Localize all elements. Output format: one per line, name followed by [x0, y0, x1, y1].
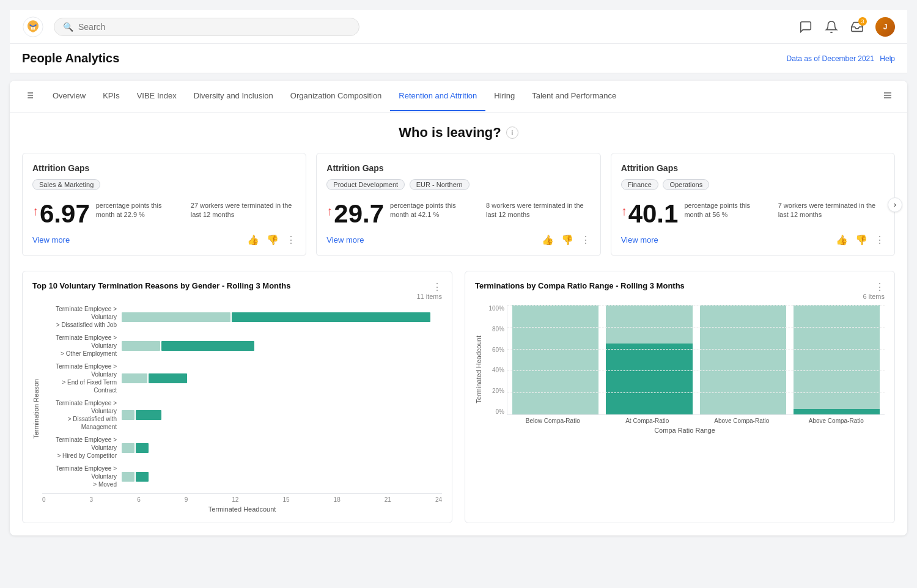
bar-light-5 [122, 443, 134, 453]
page-content: Who is leaving? i Attrition Gaps Sales &… [10, 112, 907, 535]
y-tick-80: 80% [485, 326, 504, 333]
bar-dark-5 [136, 443, 149, 453]
y-tick-0: 0% [485, 408, 504, 415]
workday-logo[interactable]: w [22, 16, 44, 38]
main-card: Overview KPIs VIBE Index Diversity and I… [10, 81, 907, 535]
x-tick-24: 24 [435, 496, 442, 503]
thumbs-down-3[interactable]: 👎 [855, 234, 867, 246]
x-tick-15: 15 [282, 496, 289, 503]
tab-diversity[interactable]: Diversity and Inclusion [185, 81, 282, 111]
attrition-card-3: Attrition Gaps Finance Operations ↑ 40.1… [611, 153, 895, 256]
chart1-menu[interactable]: ⋮ [432, 281, 442, 293]
attrition-cards-row: Attrition Gaps Sales & Marketing ↑ 6.97 … [22, 153, 895, 256]
vbar-1-light [512, 305, 598, 414]
tab-kpis[interactable]: KPIs [94, 81, 128, 111]
search-icon: 🔍 [63, 22, 73, 32]
inbox-icon[interactable]: 3 [850, 20, 864, 34]
tab-more-icon[interactable] [878, 81, 897, 112]
bar-dark-3 [149, 373, 187, 383]
info-icon[interactable]: i [506, 127, 518, 139]
attrition-card-1-title: Attrition Gaps [32, 163, 296, 173]
bar-light-1 [122, 312, 230, 322]
attrition-card-1-metric: ↑ 6.97 percentage points this month at 2… [32, 201, 296, 227]
x-tick-9: 9 [185, 496, 188, 503]
tab-vibe[interactable]: VIBE Index [128, 81, 185, 111]
tab-hiring[interactable]: Hiring [485, 81, 523, 111]
tab-talent[interactable]: Talent and Performance [523, 81, 625, 111]
search-bar[interactable]: 🔍 [54, 18, 359, 36]
app-header: w 🔍 3 J [10, 10, 907, 44]
more-options-1[interactable]: ⋮ [286, 234, 296, 246]
chat-icon[interactable] [798, 20, 813, 34]
chart1-y-axis-label: Termination Reason [32, 379, 40, 439]
chart2-body: Terminated Headcount 100% 80% 60% 40% 20… [475, 305, 885, 434]
thumbs-down-1[interactable]: 👎 [267, 234, 279, 246]
vbar-4 [794, 305, 880, 414]
bar-dark-1 [232, 312, 430, 322]
chart-compa-ratio: Terminations by Compa Ratio Range - Roll… [465, 271, 895, 523]
chart1-header: Top 10 Voluntary Termination Reasons by … [32, 281, 442, 300]
more-options-3[interactable]: ⋮ [875, 234, 885, 246]
bar-area-5 [122, 443, 442, 453]
x-tick-12: 12 [232, 496, 238, 503]
tab-retention[interactable]: Retention and Attrition [390, 81, 485, 111]
attrition-card-2-desc1: percentage points this month at 42.1 % [390, 201, 475, 220]
bar-area-3 [122, 373, 442, 383]
arrow-up-icon-3: ↑ [621, 205, 627, 217]
x-tick-0: 0 [42, 496, 46, 503]
attrition-card-1-number: ↑ 6.97 [32, 201, 90, 227]
thumbs-up-2[interactable]: 👍 [542, 234, 554, 246]
bar-light-3 [122, 373, 147, 383]
bar-row-1: Terminate Employee > Voluntary> Dissatis… [42, 305, 442, 329]
attrition-card-2-metric: ↑ 29.7 percentage points this month at 4… [326, 201, 590, 227]
chart1-x-axis: 0 3 6 9 12 15 18 21 24 [42, 493, 442, 513]
attrition-card-1: Attrition Gaps Sales & Marketing ↑ 6.97 … [22, 153, 306, 256]
thumbs-down-2[interactable]: 👎 [561, 234, 573, 246]
charts-row: Top 10 Voluntary Termination Reasons by … [22, 271, 895, 523]
attrition-card-2: Attrition Gaps Product Development EUR -… [316, 153, 600, 256]
thumbs-up-3[interactable]: 👍 [836, 234, 848, 246]
bar-row-6: Terminate Employee > Voluntary> Moved [42, 465, 442, 488]
view-more-3[interactable]: View more [621, 235, 658, 244]
vbar-3 [700, 305, 786, 414]
chart2-bars [507, 305, 885, 415]
attrition-card-2-tags: Product Development EUR - Northern [326, 179, 590, 195]
tag-eur-northern: EUR - Northern [410, 179, 470, 190]
tab-overview[interactable]: Overview [44, 81, 94, 111]
notification-icon[interactable] [824, 20, 839, 34]
chart1-x-ticks: 0 3 6 9 12 15 18 21 24 [42, 496, 442, 503]
header-icons: 3 J [798, 17, 895, 37]
chart2-x-labels: Below Compa-Ratio At Compa-Ratio Above C… [485, 417, 885, 424]
chart2-x-label: Compa Ratio Range [485, 427, 885, 434]
svg-text:w: w [30, 25, 35, 31]
x-tick-21: 21 [385, 496, 391, 503]
y-tick-60: 60% [485, 347, 504, 353]
user-avatar[interactable]: J [875, 17, 895, 37]
bar-area-2 [122, 341, 442, 351]
y-tick-100: 100% [485, 305, 504, 312]
vbar-4-dark [794, 409, 880, 414]
more-options-2[interactable]: ⋮ [581, 234, 591, 246]
attrition-card-3-tags: Finance Operations [621, 179, 885, 195]
help-link[interactable]: Help [880, 54, 895, 63]
x-label-at: At Compa-Ratio [604, 417, 691, 424]
chart2-menu[interactable]: ⋮ [875, 281, 885, 293]
view-more-1[interactable]: View more [32, 235, 70, 244]
filter-icon[interactable] [20, 81, 39, 112]
tag-finance: Finance [621, 179, 658, 190]
bar-label-3: Terminate Employee > Voluntary> End of F… [42, 362, 122, 394]
view-more-2[interactable]: View more [326, 235, 364, 244]
attrition-card-3-metric: ↑ 40.1 percentage points this month at 5… [621, 201, 885, 227]
search-input[interactable] [78, 22, 350, 32]
attrition-card-3-footer: View more 👍 👎 ⋮ [621, 234, 885, 246]
chart2-y-ticks: 100% 80% 60% 40% 20% 0% [485, 305, 507, 415]
tab-org[interactable]: Organization Composition [282, 81, 391, 111]
bar-area-6 [122, 472, 442, 482]
bar-light-4 [122, 410, 134, 420]
attrition-card-1-desc1: percentage points this month at 22.9 % [96, 201, 180, 220]
chart1-count: 11 items [416, 293, 442, 300]
thumbs-up-1[interactable]: 👍 [247, 234, 259, 246]
card-actions-3: 👍 👎 ⋮ [836, 234, 885, 246]
vbar-3-light [700, 305, 786, 414]
carousel-next-arrow[interactable]: › [888, 197, 902, 212]
